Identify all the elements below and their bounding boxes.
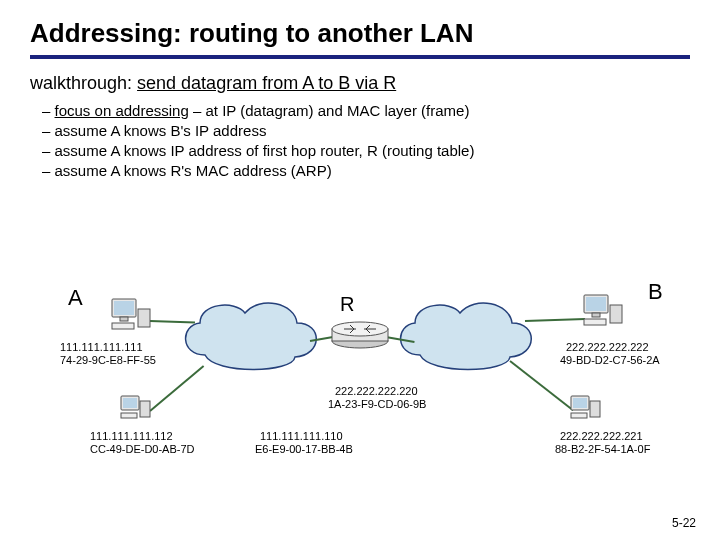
host-a-ip: 111.111.111.111: [60, 341, 143, 354]
page-number: 5-22: [672, 516, 696, 530]
router-right-mac: 1A-23-F9-CD-06-9B: [328, 398, 426, 411]
bullet-rest: – at IP (datagram) and MAC layer (frame): [189, 102, 470, 119]
svg-rect-7: [140, 401, 150, 417]
host-a-label: A: [68, 285, 83, 311]
svg-rect-13: [586, 297, 606, 311]
bullet-item: focus on addressing – at IP (datagram) a…: [60, 102, 690, 119]
bullet-rest: assume A knows B's IP address: [55, 122, 267, 139]
link-line: [509, 360, 573, 411]
router-right-ip: 222.222.222.220: [335, 385, 418, 398]
bullet-item: assume A knows B's IP address: [60, 122, 690, 139]
page-title: Addressing: routing to another LAN: [30, 18, 690, 49]
title-rule: [30, 55, 690, 59]
host-b2-ip: 222.222.222.221: [560, 430, 643, 443]
svg-rect-20: [571, 413, 587, 418]
svg-rect-1: [114, 301, 134, 315]
bullet-list: focus on addressing – at IP (datagram) a…: [60, 102, 690, 179]
bullet-item: assume A knows IP address of first hop r…: [60, 142, 690, 159]
host-b-icon: [582, 293, 624, 329]
svg-rect-16: [584, 319, 606, 325]
host-b2-icon: [570, 395, 604, 423]
bullet-underlined: focus on addressing: [55, 102, 189, 119]
svg-point-11: [332, 322, 388, 336]
svg-rect-8: [121, 413, 137, 418]
host-a2-icon: [120, 395, 154, 423]
host-a2-mac: CC-49-DE-D0-AB-7D: [90, 443, 195, 456]
bullet-rest: assume A knows IP address of first hop r…: [55, 142, 475, 159]
svg-rect-3: [138, 309, 150, 327]
subtitle-underlined: send datagram from A to B via R: [137, 73, 396, 93]
host-b-label: B: [648, 279, 663, 305]
host-a-mac: 74-29-9C-E8-FF-55: [60, 354, 156, 367]
svg-rect-19: [590, 401, 600, 417]
svg-rect-2: [120, 317, 128, 321]
subtitle-prefix: walkthrough:: [30, 73, 137, 93]
svg-rect-6: [123, 398, 137, 408]
router-label: R: [340, 293, 354, 316]
router-left-ip: 111.111.111.110: [260, 430, 343, 443]
router-icon: [330, 321, 390, 349]
svg-rect-15: [610, 305, 622, 323]
lan-cloud-right: [390, 295, 540, 375]
host-b2-mac: 88-B2-2F-54-1A-0F: [555, 443, 650, 456]
bullet-rest: assume A knows R's MAC address (ARP): [55, 162, 332, 179]
svg-rect-4: [112, 323, 134, 329]
svg-rect-18: [573, 398, 587, 408]
host-b-mac: 49-BD-D2-C7-56-2A: [560, 354, 660, 367]
router-left-mac: E6-E9-00-17-BB-4B: [255, 443, 353, 456]
network-diagram: A 111.111.111.111 74-29-9C-E8-FF-55 111.…: [0, 265, 720, 505]
host-a-icon: [110, 297, 152, 333]
host-b-ip: 222.222.222.222: [566, 341, 649, 354]
subtitle: walkthrough: send datagram from A to B v…: [30, 73, 690, 94]
svg-rect-14: [592, 313, 600, 317]
link-line: [150, 320, 195, 324]
bullet-item: assume A knows R's MAC address (ARP): [60, 162, 690, 179]
host-a2-ip: 111.111.111.112: [90, 430, 173, 443]
lan-cloud-left: [175, 295, 325, 375]
